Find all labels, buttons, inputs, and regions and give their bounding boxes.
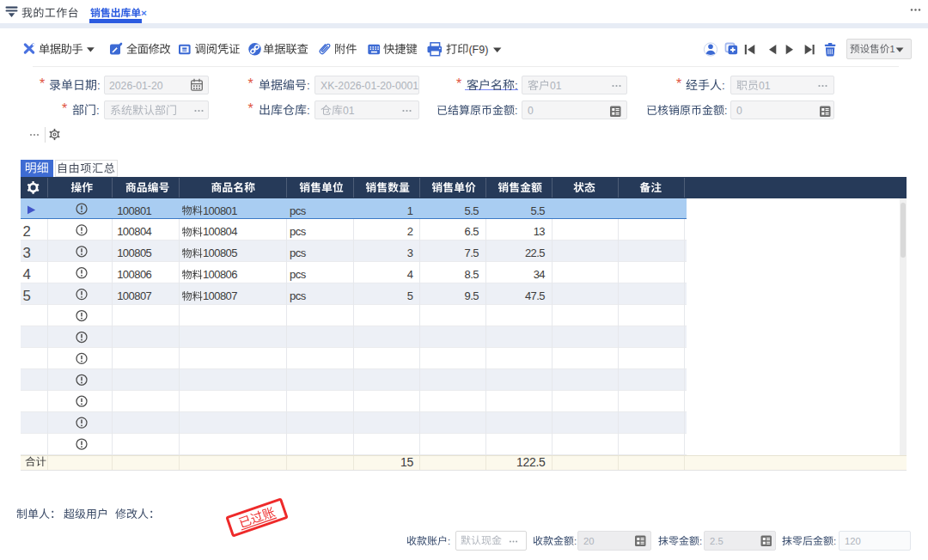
svg-text:2.5: 2.5	[710, 536, 723, 546]
svg-text:100804: 100804	[203, 225, 237, 238]
svg-text:100801: 100801	[117, 204, 151, 217]
svg-text:*: *	[676, 76, 681, 91]
svg-text::: :	[833, 536, 836, 546]
svg-text:01: 01	[343, 105, 355, 117]
svg-text:6.5: 6.5	[465, 225, 479, 238]
svg-text::: :	[307, 79, 310, 92]
svg-text:*: *	[248, 76, 253, 91]
svg-text:15: 15	[400, 455, 413, 469]
svg-text::: :	[307, 104, 310, 117]
svg-text:*: *	[40, 76, 45, 91]
svg-text:×: ×	[141, 7, 147, 18]
svg-text::: :	[448, 536, 450, 546]
svg-text:5.5: 5.5	[465, 204, 479, 217]
svg-text:100805: 100805	[203, 247, 237, 259]
svg-text:01: 01	[550, 80, 562, 92]
svg-text:100804: 100804	[117, 225, 151, 238]
svg-text:0: 0	[736, 105, 742, 117]
svg-text::: :	[722, 79, 725, 92]
svg-text:1: 1	[889, 44, 894, 54]
svg-text:1: 1	[407, 204, 413, 217]
svg-text:9.5: 9.5	[465, 289, 479, 302]
svg-text:8.5: 8.5	[465, 268, 479, 281]
svg-text:*: *	[248, 101, 253, 116]
svg-text:0: 0	[528, 105, 534, 117]
svg-text:47.5: 47.5	[525, 289, 545, 302]
svg-text:5.5: 5.5	[531, 204, 546, 217]
svg-text::: :	[724, 105, 727, 117]
svg-text:5: 5	[23, 288, 31, 304]
svg-text:100807: 100807	[117, 289, 151, 302]
svg-text:20: 20	[583, 536, 595, 546]
svg-text:100805: 100805	[117, 247, 151, 259]
svg-text:2026-01-20: 2026-01-20	[109, 80, 163, 92]
svg-text:100806: 100806	[117, 268, 151, 281]
svg-text:2: 2	[407, 225, 413, 238]
svg-text:pcs: pcs	[290, 225, 307, 238]
svg-text:*: *	[62, 101, 67, 116]
svg-text::: :	[97, 79, 101, 92]
svg-text:5: 5	[407, 289, 413, 302]
svg-text:(F9): (F9)	[468, 44, 488, 56]
svg-text:100807: 100807	[203, 289, 237, 302]
svg-text:13: 13	[534, 225, 546, 238]
svg-text:22.5: 22.5	[525, 247, 545, 259]
svg-text:3: 3	[23, 245, 31, 261]
svg-text:7.5: 7.5	[465, 247, 479, 259]
svg-text:100806: 100806	[203, 268, 237, 281]
svg-text:120: 120	[845, 536, 861, 546]
svg-text::: :	[96, 104, 100, 117]
svg-text:100801: 100801	[203, 204, 237, 217]
svg-text::: :	[515, 105, 517, 117]
svg-text:pcs: pcs	[290, 289, 307, 302]
svg-text:3: 3	[407, 247, 413, 259]
svg-text:XK-2026-01-20-0001: XK-2026-01-20-0001	[321, 80, 418, 92]
svg-text::: :	[515, 79, 518, 92]
svg-text:pcs: pcs	[290, 268, 307, 281]
svg-text::: :	[699, 536, 702, 546]
svg-text:34: 34	[534, 268, 546, 281]
svg-text:4: 4	[23, 266, 31, 283]
svg-text::: :	[574, 536, 577, 546]
svg-text:122.5: 122.5	[516, 455, 546, 469]
svg-text:2: 2	[23, 223, 31, 240]
svg-text:01: 01	[759, 80, 771, 92]
svg-text:*: *	[456, 76, 461, 91]
svg-text:pcs: pcs	[290, 247, 307, 259]
svg-text:4: 4	[407, 268, 413, 281]
svg-text:pcs: pcs	[290, 204, 307, 217]
